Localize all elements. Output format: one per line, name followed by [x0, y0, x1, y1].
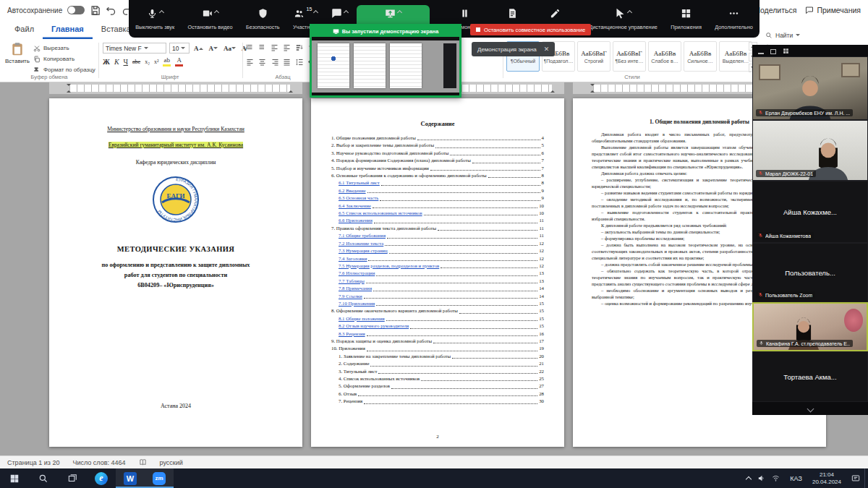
zoom-security-button[interactable]: Безопасность — [239, 0, 286, 38]
share-preview-window[interactable]: Вы запустили демонстрацию экрана — [310, 24, 461, 98]
shrink-font-button[interactable]: А — [208, 45, 220, 52]
zoom-apps-button[interactable]: Приложения — [664, 0, 708, 38]
align-right-icon[interactable] — [271, 58, 279, 67]
chevron-up-icon[interactable] — [627, 9, 632, 14]
taskbar-app-edge[interactable]: e — [87, 468, 116, 488]
tab-Главная[interactable]: Главная — [43, 20, 93, 39]
search-button[interactable] — [29, 468, 58, 488]
strikethrough-button[interactable]: abc — [132, 59, 140, 65]
style-chip[interactable]: АаБбВвГ¶Без инте… — [613, 41, 646, 72]
zoom-video-button[interactable]: Остановить видео — [181, 0, 239, 38]
align-justify-icon[interactable] — [283, 58, 292, 67]
panel-gallery-view-icon[interactable] — [783, 48, 789, 54]
network-icon[interactable] — [772, 472, 780, 485]
toc-link[interactable]: 8.1 Общие положения — [339, 315, 385, 322]
style-chip[interactable]: АаБбВвСильное… — [684, 41, 717, 72]
task-view-button[interactable] — [58, 468, 87, 488]
taskbar-app-word[interactable]: W — [116, 468, 145, 488]
undo-icon[interactable] — [106, 5, 116, 16]
volume-icon[interactable] — [757, 472, 765, 485]
close-icon[interactable]: ✕ — [544, 46, 550, 53]
toc-link[interactable]: 7.1 Общие требования — [339, 232, 386, 239]
zoom-remote-control-button[interactable]: Дистанционное управление — [582, 0, 664, 38]
highlight-color-button[interactable]: ab — [163, 57, 171, 67]
outdent-icon[interactable] — [271, 43, 279, 52]
autosave-toggle[interactable] — [67, 6, 85, 14]
show-desktop-button[interactable] — [864, 468, 868, 488]
status-page[interactable]: Страница 1 из 20 — [7, 459, 59, 466]
toc-link[interactable]: 7.6 Иллюстрации — [339, 270, 375, 277]
toc-link[interactable]: 7.10 Приложения — [339, 300, 375, 307]
line-spacing-icon[interactable] — [295, 58, 304, 67]
sort-icon[interactable] — [295, 43, 304, 52]
language-indicator[interactable]: КАЗ — [786, 475, 807, 482]
find-button[interactable]: Найти — [765, 30, 845, 40]
cut-button[interactable]: Вырезать — [33, 43, 95, 53]
panel-popout-icon[interactable] — [770, 44, 776, 57]
toc-link[interactable]: 8.2 Отзыв научного руководителя — [339, 322, 409, 330]
panel-minimize-icon[interactable] — [758, 44, 764, 57]
comments-button[interactable]: Примечания — [805, 6, 861, 14]
change-case-button[interactable]: Аа — [222, 45, 237, 52]
toc-link[interactable]: 6.4 Заключение — [339, 202, 371, 210]
copy-button[interactable]: Копировать — [33, 54, 95, 64]
document-canvas[interactable]: Министерство образования и науки Республ… — [0, 94, 868, 455]
toc-link[interactable]: 7.2 Изложение текста — [339, 240, 383, 247]
font-family-select[interactable]: Times New F — [103, 43, 166, 53]
chevron-up-icon[interactable] — [397, 9, 402, 14]
superscript-button[interactable]: х² — [154, 59, 158, 65]
toc-link[interactable]: 7.5 Нумерация разделов, подразделов и пу… — [339, 262, 439, 270]
save-icon[interactable] — [90, 5, 101, 16]
bold-button[interactable]: Ж — [103, 58, 110, 66]
italic-button[interactable]: К — [114, 58, 119, 66]
font-size-select[interactable]: 10 — [169, 43, 190, 53]
participant-tile[interactable]: Канафина Г.А. ст.преподаватель Е.. — [752, 302, 868, 351]
participant-tile[interactable]: Ерлан Даурембеков ЕНУ им. Л.Н. ... — [752, 56, 868, 120]
font-color-button[interactable]: А — [175, 57, 183, 67]
participant-tile[interactable]: Пользователь...Пользователь Zoom — [752, 243, 868, 302]
subscript-button[interactable]: х₂ — [145, 59, 150, 65]
style-chip[interactable]: АаБбВвВыделен… — [719, 41, 752, 72]
bullets-icon[interactable] — [246, 43, 255, 52]
numbering-icon[interactable] — [258, 43, 267, 52]
grow-font-button[interactable]: А — [192, 45, 205, 52]
chevron-up-icon[interactable] — [344, 9, 349, 14]
style-chip[interactable]: АаБбВвСлабое в… — [648, 41, 681, 72]
hidden-icons-chevron[interactable] — [746, 476, 752, 482]
toc-link[interactable]: 7.4 Заголовки — [339, 255, 367, 262]
toc-link[interactable]: 7.3 Нумерация страниц — [339, 247, 388, 254]
indent-icon[interactable] — [283, 43, 292, 52]
paste-button[interactable]: Вставить — [4, 42, 30, 75]
toc-link[interactable]: 6.2 Введение — [339, 187, 366, 194]
taskbar-app-zoom[interactable]: zm — [145, 468, 174, 488]
chevron-up-icon[interactable] — [159, 9, 164, 14]
stop-share-button[interactable]: Остановить совместное использование — [470, 24, 591, 35]
underline-button[interactable]: Ч — [124, 58, 129, 66]
toc-link[interactable]: 7.8 Примечания — [339, 285, 372, 292]
zoom-mute-button[interactable]: Выключить звук — [129, 0, 181, 38]
align-center-icon[interactable] — [258, 58, 267, 67]
style-chip[interactable]: АаБбВвГСтрогий — [577, 41, 610, 72]
chevron-up-icon[interactable] — [214, 9, 219, 14]
participant-tile[interactable]: Марал ДЮЖК-22-01 — [752, 120, 868, 181]
toc-link[interactable]: 8.3 Рецензия — [339, 330, 365, 338]
status-language[interactable]: русский — [160, 459, 183, 466]
toc-link[interactable]: 6.1 Титульный лист — [339, 179, 380, 187]
chevron-up-icon[interactable] — [313, 9, 318, 14]
align-left-icon[interactable] — [246, 58, 255, 67]
toc-link[interactable]: 6.5 Список использованных источников — [339, 210, 422, 217]
participant-tile[interactable]: Тортаева Акма... — [752, 351, 868, 402]
toc-link[interactable]: 6.6 Приложения — [339, 217, 373, 224]
clock[interactable]: 21:04 20.04.2024 — [807, 471, 847, 485]
start-button[interactable] — [0, 468, 29, 488]
zoom-more-button[interactable]: Дополнительно — [708, 0, 760, 38]
toc-link[interactable]: 6.3 Основная часть — [339, 194, 378, 202]
status-words[interactable]: Число слов: 4464 — [72, 459, 125, 466]
proofing-book-icon[interactable] — [139, 458, 147, 466]
toc-link[interactable]: 7.9 Ссылки — [339, 293, 362, 300]
action-center-button[interactable] — [847, 468, 864, 488]
collapse-panel-button[interactable] — [752, 405, 868, 415]
tab-Файл[interactable]: Файл — [6, 20, 43, 39]
toc-link[interactable]: 7.7 Таблицы — [339, 278, 365, 285]
participant-tile[interactable]: Айша Кожахме...Айша Кожахметова — [752, 181, 868, 243]
